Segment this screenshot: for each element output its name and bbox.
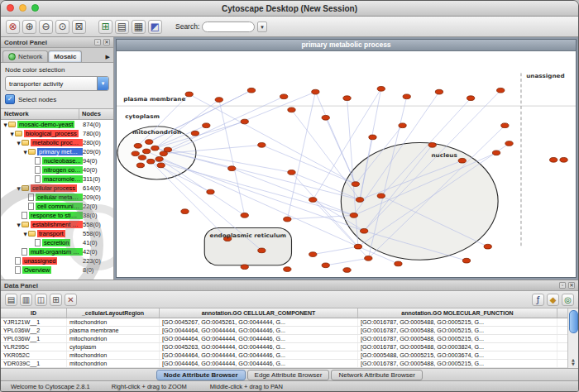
expand-arrow-icon[interactable]: ▼ bbox=[16, 141, 22, 146]
vizmapper-icon[interactable]: ◩ bbox=[148, 20, 162, 34]
new-network-icon[interactable]: ⊞ bbox=[98, 20, 112, 34]
expand-arrow-icon[interactable]: ▼ bbox=[2, 122, 8, 127]
tree-node-label[interactable]: cell communicat... bbox=[36, 203, 83, 210]
tree-node-label[interactable]: unassigned bbox=[22, 257, 57, 265]
network-node[interactable] bbox=[288, 108, 295, 112]
table-cell[interactable]: [GO:0005488, GO:0005215, GO:0003674, G..… bbox=[358, 351, 557, 359]
network-node[interactable] bbox=[369, 135, 376, 140]
network-node[interactable] bbox=[435, 89, 443, 94]
new-attribute-icon[interactable]: ⊞ bbox=[50, 294, 62, 306]
table-cell[interactable]: [GO:0044464, GO:0044444, GO:0044446, G..… bbox=[160, 335, 358, 342]
tree-row[interactable]: cellular metabol...209(0) bbox=[1, 193, 113, 202]
network-node[interactable] bbox=[164, 147, 171, 152]
tab-network[interactable]: Network bbox=[2, 50, 48, 62]
zoom-selected-icon[interactable]: ⊙ bbox=[55, 20, 69, 34]
tree-node-label[interactable]: transport bbox=[37, 230, 65, 237]
destroy-network-icon[interactable]: ⊗ bbox=[6, 20, 20, 34]
network-node[interactable] bbox=[181, 209, 189, 214]
network-node[interactable] bbox=[142, 149, 150, 154]
network-node[interactable] bbox=[462, 258, 470, 263]
tree-row[interactable]: ▼establishment of lo...558(0) bbox=[1, 220, 113, 229]
network-node[interactable] bbox=[203, 123, 210, 128]
network-canvas[interactable]: plasma membranecytoplasmmitochondrionnuc… bbox=[117, 51, 576, 277]
expand-arrow-icon[interactable]: ▼ bbox=[9, 131, 15, 136]
network-node[interactable] bbox=[467, 96, 474, 101]
network-node[interactable] bbox=[361, 228, 368, 233]
table-row[interactable]: YLR295Ccytoplasm[GO:0045263, GO:0044444,… bbox=[1, 343, 567, 351]
network-node[interactable] bbox=[497, 88, 505, 93]
float-data-panel-icon[interactable]: ▫ bbox=[559, 282, 566, 289]
column-header[interactable]: annotation.GO CELLULAR_COMPONENT bbox=[160, 308, 358, 318]
search-input[interactable] bbox=[202, 22, 255, 32]
network-node[interactable] bbox=[458, 158, 466, 163]
network-node[interactable] bbox=[377, 194, 385, 198]
search-options-icon[interactable]: ▾ bbox=[257, 22, 267, 32]
table-row[interactable]: YDR039C__1mitochondrion[GO:0044464, GO:0… bbox=[1, 360, 567, 368]
close-panel-icon[interactable]: ✕ bbox=[103, 39, 110, 45]
network-node[interactable] bbox=[134, 143, 141, 148]
table-cell[interactable]: plasma membrane bbox=[67, 327, 160, 334]
table-cell[interactable]: YKR052C bbox=[1, 351, 67, 359]
network-node[interactable] bbox=[484, 244, 491, 249]
network-node[interactable] bbox=[550, 157, 557, 162]
table-cell[interactable]: [GO:0016787, GO:0005488, GO:0005215, G..… bbox=[358, 318, 557, 326]
network-node[interactable] bbox=[399, 123, 406, 128]
import-table-icon[interactable]: ▦ bbox=[132, 20, 146, 34]
tree-node-label[interactable]: nucleobase... bbox=[42, 157, 83, 165]
network-node[interactable] bbox=[136, 163, 144, 168]
network-node[interactable] bbox=[157, 163, 165, 168]
table-row[interactable]: YKR052Cmitochondrion[GO:0044464, GO:0044… bbox=[1, 351, 567, 360]
network-node[interactable] bbox=[377, 87, 385, 92]
table-row[interactable]: YPL036W__1mitochondrion[GO:0044464, GO:0… bbox=[1, 335, 567, 343]
attribute-edit-icon[interactable]: ▥ bbox=[20, 294, 32, 306]
network-node[interactable] bbox=[247, 88, 255, 93]
table-cell[interactable]: mitochondrion bbox=[67, 360, 160, 367]
network-node[interactable] bbox=[428, 143, 436, 148]
network-node[interactable] bbox=[350, 213, 357, 218]
tree-row[interactable]: macromolecule...311(0) bbox=[1, 174, 113, 184]
network-node[interactable] bbox=[156, 157, 163, 162]
tab-network-attribute-browser[interactable]: Network Attribute Browser bbox=[331, 370, 422, 380]
column-header[interactable]: _cellularLayoutRegion bbox=[67, 308, 160, 318]
tree-row[interactable]: ▼primary metabo...209(0) bbox=[1, 147, 113, 156]
tree-row[interactable]: ▼mosaic-demo-yeast874(0) bbox=[1, 120, 113, 129]
tree-node-label[interactable]: cellular process bbox=[31, 184, 77, 192]
network-node[interactable] bbox=[309, 198, 317, 203]
table-row[interactable]: YJR121W__1mitochondrion[GO:0045267, GO:0… bbox=[1, 318, 567, 327]
zoom-out-icon[interactable]: ⊖ bbox=[39, 20, 53, 34]
zoom-window-icon[interactable] bbox=[31, 4, 39, 12]
column-header[interactable]: ID bbox=[1, 308, 67, 318]
network-view-title[interactable]: primary metabolic process bbox=[117, 40, 576, 51]
network-node[interactable] bbox=[288, 170, 295, 175]
network-node[interactable] bbox=[191, 131, 199, 136]
zoom-in-icon[interactable]: ⊕ bbox=[22, 20, 36, 34]
tree-column-network[interactable]: Network bbox=[1, 109, 79, 119]
table-scrollbar[interactable]: ▲▼ bbox=[567, 308, 578, 368]
network-node[interactable] bbox=[258, 143, 266, 148]
delete-attribute-icon[interactable]: ✕ bbox=[65, 294, 77, 306]
network-node[interactable] bbox=[309, 252, 317, 257]
network-node[interactable] bbox=[138, 155, 146, 160]
table-cell[interactable]: mitochondrion bbox=[67, 318, 160, 326]
table-cell[interactable]: [GO:0044464, GO:0044444, GO:0044446, G..… bbox=[160, 327, 358, 334]
table-cell[interactable]: mitochondrion bbox=[67, 335, 160, 342]
column-header[interactable]: annotation.GO MOLECULAR_FUNCTION bbox=[358, 308, 557, 318]
network-node[interactable] bbox=[560, 157, 567, 162]
tree-node-label[interactable]: establishment of lo... bbox=[31, 221, 83, 228]
table-cell[interactable]: YLR295C bbox=[1, 343, 67, 351]
tree-node-label[interactable]: metabolic process bbox=[31, 139, 83, 146]
table-cell[interactable]: [GO:0044464, GO:0044444, GO:0044446, G..… bbox=[160, 360, 358, 367]
color-attribute-dropdown[interactable]: transporter activity ▾ bbox=[5, 76, 109, 91]
attribute-batch-icon[interactable]: ◎ bbox=[562, 294, 574, 306]
tree-row[interactable]: ▼transport558(0) bbox=[1, 229, 113, 238]
tree-row[interactable]: nitrogen compo...40(0) bbox=[1, 165, 113, 174]
tree-row[interactable]: nucleobase...94(0) bbox=[1, 156, 113, 165]
network-node[interactable] bbox=[343, 268, 351, 273]
table-cell[interactable]: YPL036W__2 bbox=[1, 327, 67, 334]
tree-row[interactable]: ▼cellular process614(0) bbox=[1, 184, 113, 193]
scrollbar-thumb[interactable] bbox=[569, 310, 578, 333]
import-attributes-icon[interactable]: ◆ bbox=[547, 294, 559, 306]
table-cell[interactable]: YPL036W__1 bbox=[1, 335, 67, 342]
tree-node-label[interactable]: multi-organism pro... bbox=[29, 248, 83, 256]
minimize-window-icon[interactable] bbox=[19, 4, 26, 12]
